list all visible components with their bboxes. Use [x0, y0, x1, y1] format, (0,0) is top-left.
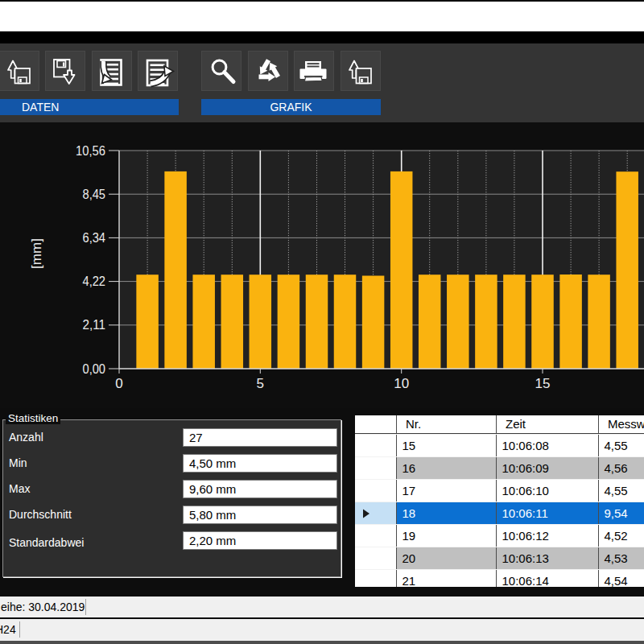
svg-text:6,34: 6,34: [83, 230, 106, 246]
svg-text:15: 15: [535, 376, 551, 391]
svg-text:5: 5: [257, 376, 264, 391]
svg-text:[mm]: [mm]: [29, 238, 44, 269]
svg-text:2,11: 2,11: [83, 317, 106, 332]
svg-text:0: 0: [115, 376, 122, 391]
svg-text:8,45: 8,45: [83, 187, 106, 202]
svg-text:10: 10: [394, 376, 409, 391]
svg-text:0,00: 0,00: [83, 361, 106, 377]
svg-text:4,22: 4,22: [83, 274, 106, 289]
svg-text:10,56: 10,56: [76, 143, 105, 159]
